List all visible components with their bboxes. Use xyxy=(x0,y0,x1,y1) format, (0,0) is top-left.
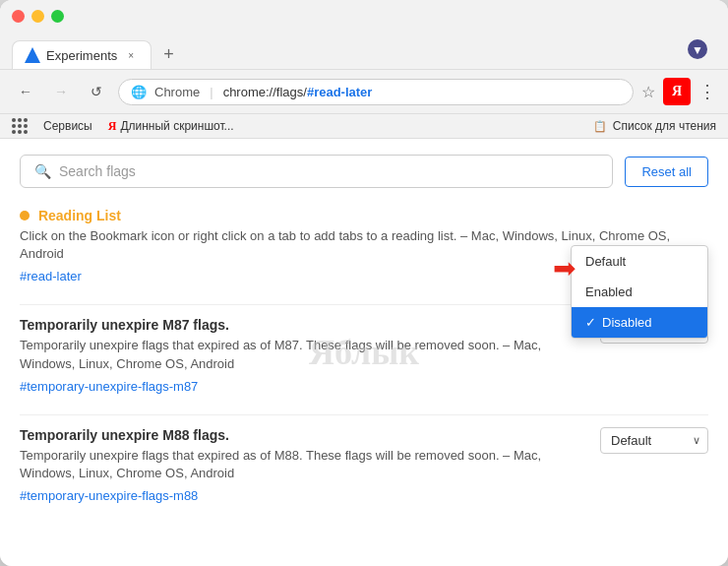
search-box[interactable]: 🔍 Search flags xyxy=(20,155,613,188)
minimize-button[interactable] xyxy=(31,10,44,23)
bookmarks-bar: Сервисы Я Длинный скриншот... 📋 Список д… xyxy=(0,114,728,139)
address-url: chrome://flags/#read-later xyxy=(223,85,373,99)
flag-m87-text: Temporarily unexpire M87 flags. Temporar… xyxy=(20,317,584,394)
dropdown-item-default[interactable]: Default xyxy=(572,246,707,277)
reading-list-icon: 📋 xyxy=(593,120,607,133)
flag-m88: Temporarily unexpire M88 flags. Temporar… xyxy=(20,427,708,504)
maximize-button[interactable] xyxy=(51,10,64,23)
yandex-button[interactable]: Я xyxy=(663,78,691,105)
title-bar: Experiments × + ▼ xyxy=(0,0,728,70)
flag-m88-link[interactable]: #temporary-unexpire-flags-m88 xyxy=(20,488,198,503)
reading-list-bookmark[interactable]: 📋 Список для чтения xyxy=(593,119,716,133)
flag-m88-desc: Temporarily unexpire flags that expired … xyxy=(20,447,584,482)
forward-button[interactable]: → xyxy=(47,78,75,105)
new-tab-button[interactable]: + xyxy=(155,39,182,69)
flag-m87-title: Temporarily unexpire M87 flags. xyxy=(20,317,584,333)
tab-bar: Experiments × + ▼ xyxy=(12,32,716,69)
dropdown-disabled-label: Disabled xyxy=(602,315,652,330)
reset-all-button[interactable]: Reset all xyxy=(625,157,708,187)
search-placeholder: Search flags xyxy=(59,163,136,179)
yandex-bookmark[interactable]: Я Длинный скриншот... xyxy=(108,119,234,134)
apps-grid-icon[interactable] xyxy=(12,118,28,134)
main-content: Яблык 🔍 Search flags Reset all Reading L… xyxy=(0,139,728,566)
traffic-lights xyxy=(12,10,716,23)
dropdown-item-enabled[interactable]: Enabled xyxy=(572,277,707,307)
dropdown-enabled-label: Enabled xyxy=(585,284,633,299)
secure-icon: 🌐 xyxy=(131,85,147,99)
ya-bookmark-icon: Я xyxy=(108,119,117,134)
search-icon: 🔍 xyxy=(34,163,51,179)
tab-title: Experiments xyxy=(46,48,117,63)
bookmark-star-button[interactable]: ☆ xyxy=(641,83,655,101)
dropdown-menu: Default Enabled ✓ Disabled xyxy=(571,245,708,339)
flag-m88-row: Temporarily unexpire M88 flags. Temporar… xyxy=(20,427,708,504)
flag-reading-list-link[interactable]: #read-later xyxy=(20,269,82,283)
reading-list-label: Список для чтения xyxy=(613,119,716,133)
services-bookmark[interactable]: Сервисы xyxy=(43,119,92,133)
flag-m88-title: Temporarily unexpire M88 flags. xyxy=(20,427,584,443)
svg-text:▼: ▼ xyxy=(692,43,703,57)
flag-m88-select-wrapper: Default Enabled Disabled xyxy=(600,427,708,454)
highlight-dot-icon xyxy=(20,211,30,220)
refresh-button[interactable]: ↺ xyxy=(83,78,110,105)
address-bar[interactable]: 🌐 Chrome | chrome://flags/#read-later xyxy=(118,79,634,105)
tab-close-button[interactable]: × xyxy=(123,47,139,63)
red-arrow-indicator: ➡ xyxy=(553,252,576,284)
flag-m87-desc: Temporarily unexpire flags that expired … xyxy=(20,337,584,372)
back-button[interactable]: ← xyxy=(12,78,39,105)
services-label: Сервисы xyxy=(43,119,92,133)
address-separator: | xyxy=(210,85,212,99)
flag-m88-text: Temporarily unexpire M88 flags. Temporar… xyxy=(20,427,584,504)
tab-favicon xyxy=(25,47,40,63)
flag-m87-link[interactable]: #temporary-unexpire-flags-m87 xyxy=(20,379,198,394)
dropdown-default-label: Default xyxy=(585,254,626,269)
search-row: 🔍 Search flags Reset all xyxy=(20,155,708,188)
flag-m88-select[interactable]: Default Enabled Disabled xyxy=(600,427,708,454)
divider-2 xyxy=(20,414,708,415)
browser-window: Experiments × + ▼ ← → ↺ 🌐 Chrome | chrom… xyxy=(0,0,728,566)
url-anchor: #read-later xyxy=(307,85,372,99)
nav-bar: ← → ↺ 🌐 Chrome | chrome://flags/#read-la… xyxy=(0,70,728,114)
browser-brand: Chrome xyxy=(154,85,200,99)
dropdown-item-disabled[interactable]: ✓ Disabled xyxy=(572,307,707,338)
close-button[interactable] xyxy=(12,10,25,23)
long-screenshot-label: Длинный скриншот... xyxy=(120,119,233,133)
flag-reading-list-title: Reading List xyxy=(20,208,693,223)
chrome-menu-button[interactable]: ⋮ xyxy=(698,81,716,102)
active-tab[interactable]: Experiments × xyxy=(12,40,152,69)
check-icon: ✓ xyxy=(585,315,596,330)
profile-icon[interactable]: ▼ xyxy=(679,32,716,69)
